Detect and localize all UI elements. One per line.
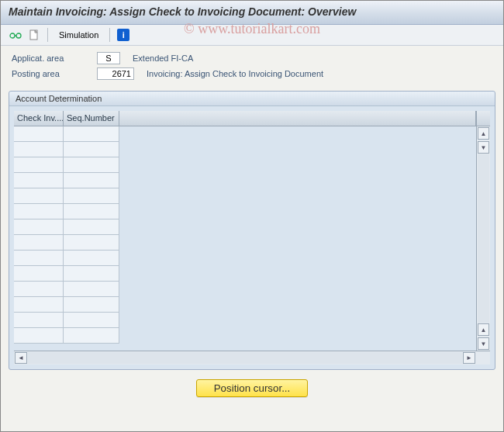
- posting-label: Posting area: [12, 69, 97, 78]
- toolbar-separator: [47, 28, 48, 42]
- applicat-row: Applicat. area Extended FI-CA: [12, 52, 492, 64]
- column-header-filler: [119, 111, 476, 126]
- grid-wrap: Check Inv.... Seq.Number ▲ ▼: [9, 106, 495, 369]
- scroll-corner: [477, 111, 490, 126]
- horizontal-scrollbar[interactable]: ◄ ►: [14, 351, 490, 365]
- grid-cell[interactable]: [14, 126, 64, 142]
- grid-cell[interactable]: [14, 157, 64, 173]
- info-icon[interactable]: i: [116, 28, 130, 42]
- simulation-button[interactable]: Simulation: [54, 29, 103, 41]
- column-header-seq-number[interactable]: Seq.Number: [64, 111, 119, 126]
- scroll-left-icon[interactable]: ◄: [15, 352, 27, 364]
- grid-cell[interactable]: [14, 188, 64, 204]
- toolbar: Simulation i: [1, 25, 503, 46]
- grid-filler: [119, 126, 476, 351]
- grid-cell[interactable]: [64, 188, 119, 204]
- grid-cell[interactable]: [64, 328, 119, 344]
- vertical-scrollbar[interactable]: ▲ ▼ ▲ ▼: [476, 111, 490, 351]
- scroll-h-corner: [476, 351, 490, 365]
- svg-point-1: [16, 33, 21, 38]
- grid-cell[interactable]: [64, 297, 119, 313]
- sap-window: Maintain Invoicing: Assign Check to Invo…: [0, 0, 504, 432]
- grid-cell[interactable]: [64, 142, 119, 157]
- grid-cell[interactable]: [14, 235, 64, 251]
- posting-input[interactable]: [97, 67, 134, 80]
- column-filler: [119, 111, 476, 351]
- posting-row: Posting area Invoicing: Assign Check to …: [12, 67, 492, 80]
- scroll-right-icon[interactable]: ►: [463, 352, 475, 364]
- grid-cell[interactable]: [14, 282, 64, 297]
- scroll-up2-icon[interactable]: ▲: [478, 323, 489, 336]
- grid-cell[interactable]: [64, 126, 119, 142]
- column-seq-number: Seq.Number: [64, 111, 119, 351]
- grid-cell[interactable]: [64, 173, 119, 188]
- grid: Check Inv.... Seq.Number ▲ ▼: [14, 111, 490, 351]
- grid-cell[interactable]: [64, 251, 119, 266]
- grid-cell[interactable]: [14, 219, 64, 235]
- grid-cell[interactable]: [14, 142, 64, 157]
- applicat-input[interactable]: [97, 52, 120, 64]
- column-check-inv: Check Inv....: [14, 111, 64, 351]
- grid-cell[interactable]: [64, 219, 119, 235]
- page-title: Maintain Invoicing: Assign Check to Invo…: [9, 5, 495, 18]
- scroll-up-icon[interactable]: ▲: [478, 127, 489, 140]
- grid-cell[interactable]: [64, 235, 119, 251]
- grid-cell[interactable]: [14, 204, 64, 219]
- scroll-track[interactable]: [478, 154, 489, 323]
- grid-cell[interactable]: [14, 251, 64, 266]
- grid-cell[interactable]: [14, 266, 64, 282]
- grid-cell[interactable]: [14, 328, 64, 344]
- grid-cell[interactable]: [14, 297, 64, 313]
- bottom-bar: Position cursor...: [1, 375, 503, 402]
- grid-cell[interactable]: [64, 204, 119, 219]
- create-icon[interactable]: [27, 28, 41, 42]
- grid-cell[interactable]: [14, 313, 64, 328]
- applicat-desc: Extended FI-CA: [133, 54, 193, 63]
- toolbar-separator: [109, 28, 110, 42]
- column-header-check-inv[interactable]: Check Inv....: [14, 111, 64, 126]
- simulation-label: Simulation: [59, 30, 98, 40]
- scroll-h-track[interactable]: [28, 352, 462, 364]
- posting-desc: Invoicing: Assign Check to Invoicing Doc…: [147, 69, 323, 78]
- grid-cell[interactable]: [64, 313, 119, 328]
- scroll-down2-icon[interactable]: ▼: [478, 337, 489, 350]
- glasses-icon[interactable]: [9, 28, 22, 42]
- position-cursor-button[interactable]: Position cursor...: [196, 379, 309, 397]
- svg-point-0: [10, 33, 15, 38]
- grid-cell[interactable]: [64, 266, 119, 282]
- grid-cell[interactable]: [64, 282, 119, 297]
- applicat-label: Applicat. area: [12, 54, 97, 63]
- panel-title: Account Determination: [9, 92, 495, 106]
- grid-cell[interactable]: [14, 173, 64, 188]
- account-determination-panel: Account Determination Check Inv.... Seq.…: [9, 91, 495, 370]
- titlebar: Maintain Invoicing: Assign Check to Invo…: [1, 1, 503, 25]
- grid-cell[interactable]: [64, 157, 119, 173]
- form-area: Applicat. area Extended FI-CA Posting ar…: [1, 46, 503, 86]
- scroll-down-icon[interactable]: ▼: [478, 141, 489, 154]
